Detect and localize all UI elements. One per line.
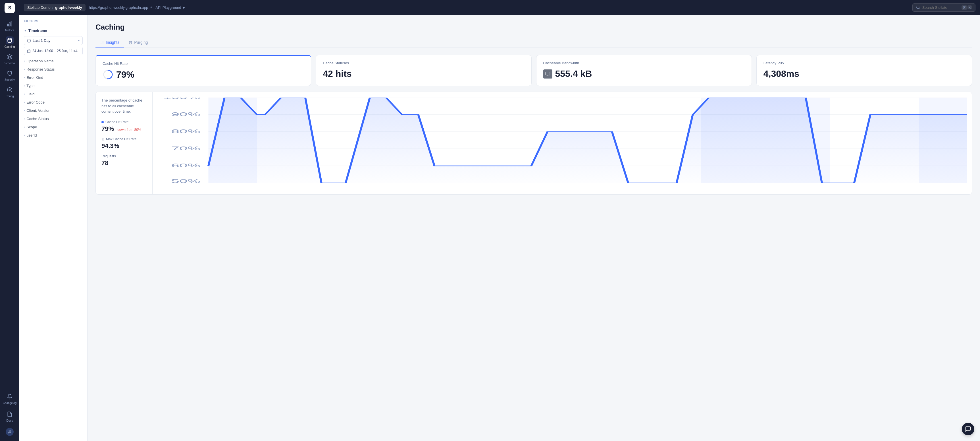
timeframe-chevron: ▼ (24, 29, 27, 32)
caching-icon (6, 37, 14, 45)
svg-text:90%: 90% (171, 112, 200, 117)
app-url-text: https://graphql-weekly.graphcdn.app (89, 5, 148, 10)
filter-error-kind[interactable]: › Error Kind (19, 74, 87, 81)
cache-hit-chart: 100% 90% 80% 70% 60% 50% (160, 97, 967, 183)
filter-cache-label: Cache Status (26, 117, 49, 121)
cache-hit-metric-value: 79% down from 80% (102, 125, 146, 133)
filter-client-version[interactable]: › Client, Version (19, 106, 87, 115)
svg-text:100%: 100% (163, 97, 200, 100)
latency-p95-value: 4,308ms (764, 69, 965, 79)
filter-error-code[interactable]: › Error Code (19, 98, 87, 106)
svg-point-5 (9, 430, 10, 431)
svg-line-7 (919, 8, 920, 9)
cache-hit-rate-label: Cache Hit Rate (103, 61, 304, 66)
topbar: Stellate Demo › graphql-weekly https://g… (19, 0, 980, 15)
select-chevron-icon: ▾ (78, 39, 80, 42)
filter-operation-name[interactable]: › Operation Name (19, 57, 87, 65)
clock-icon (27, 39, 31, 43)
chart-metric-cache-hit-rate: Cache Hit Rate 79% down from 80% (102, 120, 146, 133)
sidebar-label-changelog: Changelog (3, 401, 16, 404)
keyboard-shortcut: ⌘ K (961, 5, 972, 10)
sidebar-item-security[interactable]: Security (0, 67, 19, 84)
filter-field-label: Field (26, 92, 34, 96)
stats-row: Cache Hit Rate 79% Cache Statuses 42 hit… (95, 55, 972, 86)
sidebar-label-caching: Caching (5, 45, 15, 48)
filter-type[interactable]: › Type (19, 81, 87, 90)
stat-card-cache-hit-rate[interactable]: Cache Hit Rate 79% (95, 55, 311, 86)
filter-userid[interactable]: › userId (19, 131, 87, 139)
stat-card-latency-p95[interactable]: Latency P95 4,308ms (756, 55, 972, 86)
api-playground-link[interactable]: API Playground ▶ (156, 5, 185, 10)
cache-hit-ring-icon (103, 69, 113, 80)
sidebar-label-schema: Schema (5, 62, 15, 65)
play-icon: ▶ (183, 6, 185, 10)
filters-sidebar: FILTERS ▼ Timeframe Last 1 Day ▾ 24 Jun,… (19, 15, 88, 441)
sidebar-item-schema[interactable]: Schema (0, 51, 19, 67)
cache-hit-dot (102, 121, 104, 123)
filter-scope[interactable]: › Scope (19, 123, 87, 131)
stat-card-cacheable-bandwidth[interactable]: Cacheable Bandwidth 555.4 kB (536, 55, 752, 86)
filter-response-label: Response Status (26, 67, 54, 72)
tabs-bar: Insights Purging (95, 37, 972, 48)
filter-error-label: Error Kind (26, 75, 43, 80)
docs-icon (6, 410, 14, 418)
filter-userid-label: userId (26, 133, 37, 137)
breadcrumb[interactable]: Stellate Demo › graphql-weekly (24, 4, 86, 11)
chart-area: The percentage of cache hits to all cach… (95, 92, 972, 195)
svg-text:50%: 50% (171, 178, 200, 183)
svg-point-4 (9, 89, 11, 91)
timeframe-header[interactable]: ▼ Timeframe (24, 27, 83, 34)
filter-field[interactable]: › Field (19, 90, 87, 98)
chevron-client-icon: › (24, 109, 25, 112)
sidebar-label-metrics: Metrics (5, 29, 14, 32)
filter-response-status[interactable]: › Response Status (19, 65, 87, 74)
breadcrumb-sep: › (52, 5, 53, 10)
chevron-userid-icon: › (24, 134, 25, 137)
timeframe-label: Timeframe (29, 29, 47, 33)
chat-bubble[interactable] (962, 423, 974, 435)
chart-sidebar: The percentage of cache hits to all cach… (96, 92, 153, 194)
sidebar-item-docs[interactable]: Docs (3, 408, 16, 425)
sidebar-item-caching[interactable]: Caching (0, 34, 19, 51)
tab-purging[interactable]: Purging (124, 37, 152, 48)
security-icon (6, 69, 14, 77)
svg-rect-33 (919, 97, 967, 183)
external-link-icon: ↗ (150, 6, 152, 10)
filter-scope-label: Scope (26, 125, 37, 129)
chevron-operation-icon: › (24, 59, 25, 62)
page-content: Caching Insights Purging Cache Hit Rate (88, 15, 980, 441)
svg-point-6 (916, 6, 919, 8)
timeframe-select[interactable]: Last 1 Day ▾ (24, 36, 83, 45)
chart-metric-max-cache-hit-rate: ⊞ Max Cache Hit Rate 94.3% (102, 137, 146, 150)
stat-card-cache-statuses[interactable]: Cache Statuses 42 hits (316, 55, 531, 86)
calendar-icon (27, 49, 31, 53)
chevron-type-icon: › (24, 84, 25, 87)
filter-operation-label: Operation Name (26, 59, 53, 63)
timeframe-value: Last 1 Day (33, 38, 50, 43)
chart-metric-requests: Requests 78 (102, 154, 146, 167)
max-hit-label: Max Cache Hit Rate (106, 137, 137, 141)
app-url-link[interactable]: https://graphql-weekly.graphcdn.app ↗ (89, 5, 152, 10)
svg-rect-30 (208, 97, 241, 183)
chart-main: 100% 90% 80% 70% 60% 50% (157, 92, 972, 194)
filters-title: FILTERS (19, 19, 87, 26)
tab-purging-label: Purging (134, 40, 148, 45)
search-bar[interactable]: ⌘ K (912, 3, 975, 12)
sidebar-item-metrics[interactable]: Metrics (0, 18, 19, 34)
bandwidth-icon (543, 69, 552, 78)
sidebar-item-config[interactable]: Config (0, 84, 19, 100)
page-title: Caching (95, 23, 972, 32)
sidebar-label-docs: Docs (6, 419, 13, 422)
sidebar-item-changelog[interactable]: Changelog (3, 390, 16, 407)
cache-statuses-value: 42 hits (323, 69, 524, 79)
chevron-field-icon: › (24, 93, 25, 96)
app-logo[interactable]: S (5, 3, 15, 13)
date-range[interactable]: 24 Jun, 12:00 – 25 Jun, 11:44 (24, 47, 83, 55)
date-range-value: 24 Jun, 12:00 – 25 Jun, 11:44 (32, 49, 78, 53)
tab-insights[interactable]: Insights (95, 37, 124, 48)
sidebar-item-user[interactable] (3, 426, 16, 438)
max-hit-icon: ⊞ (102, 137, 104, 141)
max-hit-value: 94.3% (102, 142, 146, 150)
filter-cache-status[interactable]: › Cache Status (19, 115, 87, 123)
search-input[interactable] (922, 5, 959, 10)
